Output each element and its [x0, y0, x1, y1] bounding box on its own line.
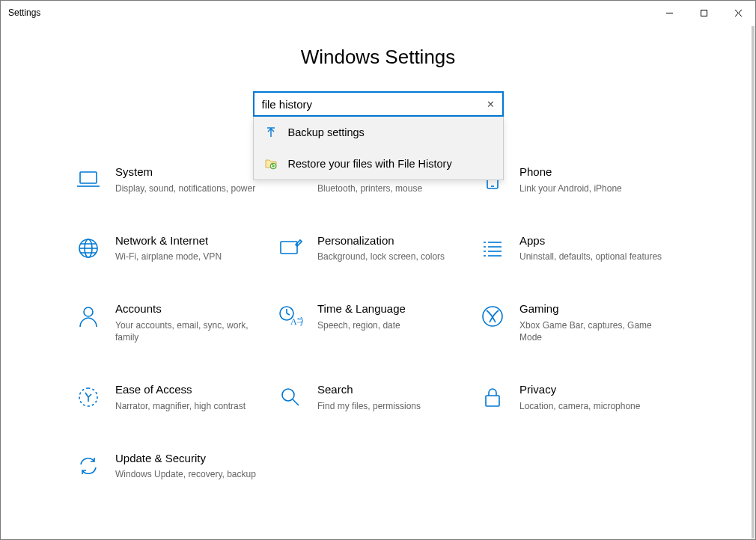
tile-label: Phone — [519, 165, 622, 180]
tile-label: Privacy — [519, 382, 640, 397]
tile-desc: Xbox Game Bar, captures, Game Mode — [519, 319, 669, 343]
suggestion-label: Restore your files with File History — [288, 158, 452, 170]
tile-label: Time & Language — [317, 301, 406, 316]
titlebar: Settings — [1, 1, 755, 25]
tile-label: Apps — [519, 233, 662, 248]
svg-line-26 — [287, 313, 290, 315]
tile-update-security[interactable]: Update & Security Windows Update, recove… — [75, 451, 277, 481]
svg-rect-1 — [701, 10, 707, 16]
tile-ease-of-access[interactable]: Ease of Access Narrator, magnifier, high… — [75, 382, 277, 412]
tile-desc: Background, lock screen, colors — [317, 251, 445, 263]
tile-phone[interactable]: Phone Link your Android, iPhone — [479, 165, 681, 194]
search-icon — [277, 384, 304, 411]
globe-icon — [75, 235, 102, 262]
upload-icon — [264, 126, 278, 139]
tile-desc: Your accounts, email, sync, work, family — [115, 319, 265, 343]
tile-time-language[interactable]: A字 Time & Language Speech, region, date — [277, 301, 479, 343]
tile-apps[interactable]: Apps Uninstall, defaults, optional featu… — [479, 233, 681, 263]
svg-text:A字: A字 — [290, 316, 303, 327]
tile-label: System — [115, 165, 255, 180]
tile-personalization[interactable]: Personalization Background, lock screen,… — [277, 233, 479, 263]
settings-grid: System Display, sound, notifications, po… — [75, 165, 681, 481]
tile-desc: Narrator, magnifier, high contrast — [115, 400, 246, 412]
tile-label: Ease of Access — [115, 382, 246, 397]
close-icon: ✕ — [487, 99, 495, 110]
suggestion-backup-settings[interactable]: Backup settings — [254, 117, 503, 148]
apps-list-icon — [479, 235, 506, 262]
ease-access-icon — [75, 384, 102, 411]
xbox-icon — [479, 303, 506, 330]
maximize-button[interactable] — [686, 1, 721, 25]
tile-label: Accounts — [115, 301, 265, 316]
svg-rect-31 — [486, 396, 499, 406]
content-area: Windows Settings ✕ Backu — [1, 46, 755, 540]
window-title: Settings — [8, 7, 40, 18]
tile-desc: Windows Update, recovery, backup — [115, 468, 256, 480]
svg-line-30 — [293, 399, 299, 405]
vertical-scrollbar[interactable] — [752, 26, 755, 539]
svg-rect-7 — [80, 172, 97, 183]
tile-system[interactable]: System Display, sound, notifications, po… — [75, 165, 277, 194]
clear-search-button[interactable]: ✕ — [480, 93, 502, 115]
update-icon — [75, 452, 102, 479]
tile-desc: Link your Android, iPhone — [519, 182, 622, 194]
tile-search[interactable]: Search Find my files, permissions — [277, 382, 479, 412]
search-area: ✕ Backup settings — [253, 91, 504, 117]
tile-desc: Find my files, permissions — [317, 400, 421, 412]
tile-accounts[interactable]: Accounts Your accounts, email, sync, wor… — [75, 301, 277, 343]
tile-privacy[interactable]: Privacy Location, camera, microphone — [479, 382, 681, 412]
tile-label: Personalization — [317, 233, 445, 248]
time-language-icon: A字 — [277, 303, 304, 330]
tile-desc: Bluetooth, printers, mouse — [317, 182, 422, 194]
settings-window: Settings Windows Settings ✕ — [0, 0, 756, 540]
close-button[interactable] — [721, 1, 755, 25]
tile-desc: Speech, region, date — [317, 319, 406, 331]
search-input[interactable] — [254, 93, 480, 115]
tile-label: Gaming — [519, 301, 669, 316]
tile-network[interactable]: Network & Internet Wi-Fi, airplane mode,… — [75, 233, 277, 263]
page-title: Windows Settings — [1, 46, 755, 69]
tile-desc: Wi-Fi, airplane mode, VPN — [115, 251, 222, 263]
tile-desc: Display, sound, notifications, power — [115, 182, 255, 194]
tile-desc: Uninstall, defaults, optional features — [519, 251, 662, 263]
paint-icon — [277, 235, 304, 262]
person-icon — [75, 303, 102, 330]
tile-gaming[interactable]: Gaming Xbox Game Bar, captures, Game Mod… — [479, 301, 681, 343]
tile-desc: Location, camera, microphone — [519, 400, 640, 412]
minimize-button[interactable] — [652, 1, 686, 25]
search-box[interactable]: ✕ — [253, 91, 504, 117]
tile-label: Search — [317, 382, 421, 397]
suggestion-label: Backup settings — [288, 126, 365, 138]
laptop-icon — [75, 166, 102, 193]
svg-point-23 — [84, 307, 93, 316]
tile-label: Update & Security — [115, 451, 256, 466]
tile-label: Network & Internet — [115, 233, 222, 248]
svg-point-29 — [282, 389, 294, 401]
window-controls — [652, 1, 755, 25]
restore-folder-icon — [264, 157, 278, 171]
suggestion-restore-file-history[interactable]: Restore your files with File History — [254, 148, 503, 180]
svg-rect-14 — [281, 242, 297, 254]
search-suggestions: Backup settings Restore your files with … — [253, 117, 504, 180]
lock-icon — [479, 384, 506, 411]
